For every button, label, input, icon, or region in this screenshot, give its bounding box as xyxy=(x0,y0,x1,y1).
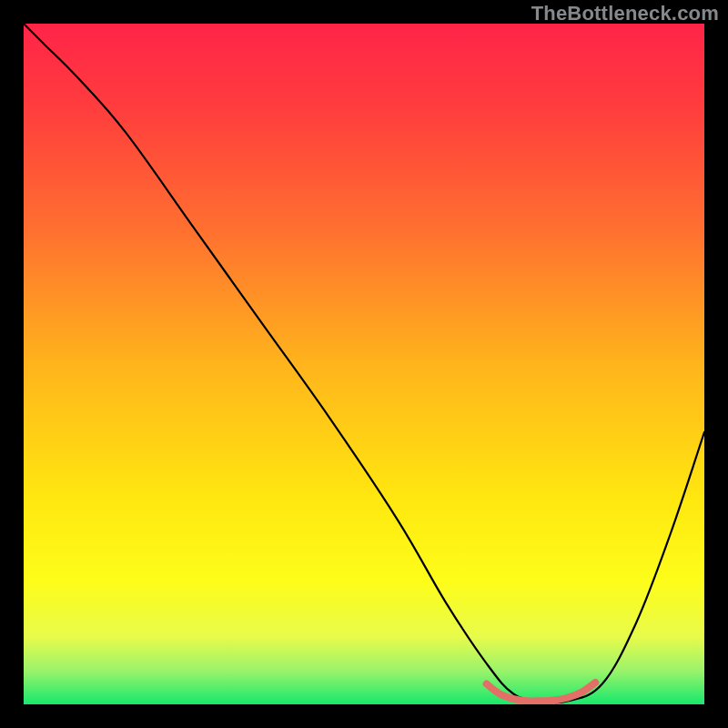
chart-frame xyxy=(24,24,704,704)
gradient-background xyxy=(24,24,704,704)
watermark-text: TheBottleneck.com xyxy=(531,2,719,25)
chart-plot xyxy=(24,24,704,704)
